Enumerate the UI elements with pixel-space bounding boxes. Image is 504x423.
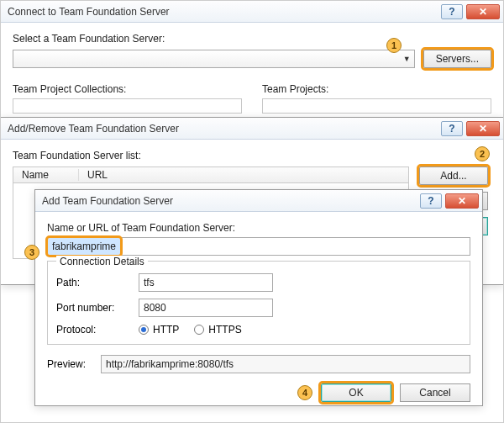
collections-list[interactable]	[13, 98, 242, 114]
col-name: Name	[13, 169, 79, 181]
servers-button[interactable]: Servers...	[423, 50, 491, 68]
help-button[interactable]: ?	[441, 121, 463, 136]
addremove-title: Add/Remove Team Foundation Server	[8, 123, 441, 135]
server-list-header: Name URL	[13, 167, 409, 183]
connect-titlebar: Connect to Team Foundation Server ? ✕	[1, 1, 503, 23]
annotation-4: 4	[297, 385, 312, 400]
connection-details-legend: Connection Details	[56, 256, 148, 267]
addremove-titlebar: Add/Remove Team Foundation Server ? ✕	[1, 118, 503, 140]
ok-button[interactable]: OK	[321, 383, 391, 402]
https-label: HTTPS	[208, 324, 241, 336]
servers-button-label: Servers...	[436, 53, 479, 65]
addserver-title: Add Team Foundation Server	[42, 195, 420, 207]
projects-label: Team Projects:	[262, 83, 491, 95]
annotation-1: 1	[386, 38, 402, 53]
collections-label: Team Project Collections:	[13, 83, 242, 95]
col-url: URL	[79, 169, 408, 181]
addserver-titlebar: Add Team Foundation Server ? ✕	[35, 190, 482, 212]
preview-value: http://fabrikamprime:8080/tfs	[106, 358, 234, 370]
protocol-https-radio[interactable]: HTTPS	[194, 324, 241, 336]
http-label: HTTP	[153, 324, 179, 336]
select-server-label: Select a Team Foundation Server:	[13, 33, 491, 45]
path-value: tfs	[144, 277, 155, 288]
help-button[interactable]: ?	[441, 4, 463, 19]
radio-unchecked-icon	[194, 325, 204, 335]
server-list-label: Team Foundation Server list:	[13, 150, 409, 161]
server-combobox[interactable]: ▼	[13, 50, 415, 68]
preview-label: Preview:	[47, 358, 101, 370]
cancel-button[interactable]: Cancel	[400, 383, 470, 402]
close-icon[interactable]: ✕	[466, 4, 500, 19]
path-label: Path:	[56, 277, 139, 288]
server-name-value: fabrikamprime	[48, 238, 120, 255]
addserver-dialog: Add Team Foundation Server ? ✕ Name or U…	[34, 189, 483, 406]
help-button[interactable]: ?	[420, 193, 442, 209]
projects-list[interactable]	[262, 98, 491, 114]
connect-title: Connect to Team Foundation Server	[8, 6, 441, 18]
cancel-button-label: Cancel	[419, 387, 450, 399]
annotation-2: 2	[475, 146, 490, 161]
close-icon[interactable]: ✕	[466, 121, 500, 136]
port-value: 8080	[144, 302, 166, 314]
close-icon[interactable]: ✕	[445, 193, 479, 209]
ok-button-label: OK	[349, 387, 363, 399]
add-button[interactable]: Add...	[419, 167, 488, 185]
preview-output: http://fabrikamprime:8080/tfs	[101, 355, 470, 373]
add-button-label: Add...	[440, 170, 466, 182]
radio-checked-icon	[139, 325, 149, 335]
path-input[interactable]: tfs	[139, 273, 273, 292]
name-url-label: Name or URL of Team Foundation Server:	[47, 222, 470, 234]
chevron-down-icon: ▼	[403, 55, 411, 63]
protocol-label: Protocol:	[56, 324, 139, 336]
protocol-http-radio[interactable]: HTTP	[139, 324, 179, 336]
annotation-3: 3	[24, 245, 39, 260]
server-name-input[interactable]: fabrikamprime	[47, 237, 470, 256]
port-input[interactable]: 8080	[139, 299, 273, 317]
port-label: Port number:	[56, 302, 139, 314]
